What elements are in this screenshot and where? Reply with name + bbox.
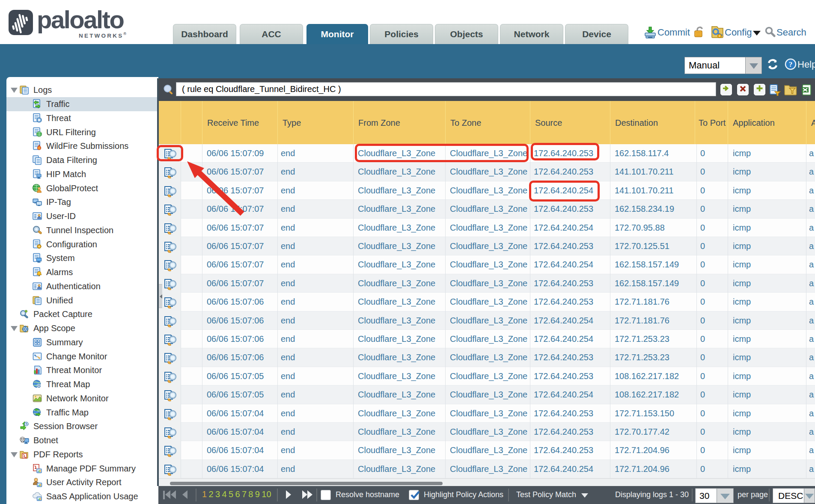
svg-text:?: ? (789, 60, 793, 68)
